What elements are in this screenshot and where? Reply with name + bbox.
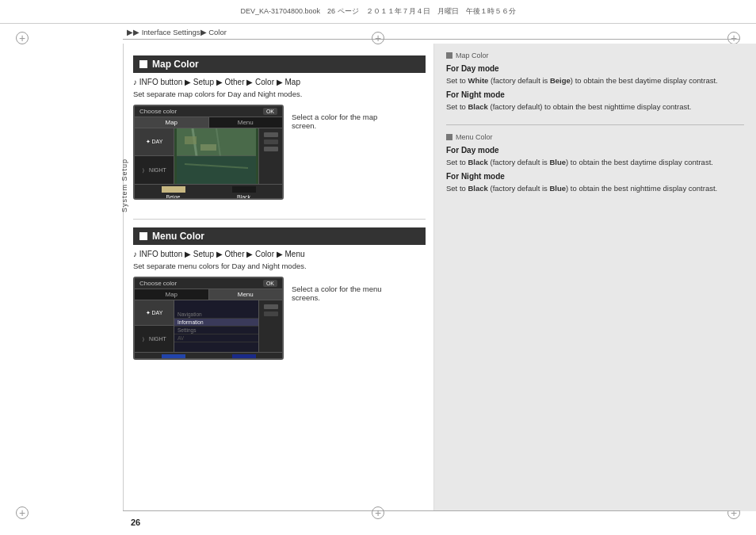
blue-rect-day [162, 354, 185, 360]
menu-item-4: AV [174, 334, 258, 342]
rp-menu-night-text: Set to Black (factory default is Blue) t… [446, 183, 744, 193]
screen-map-area [174, 128, 258, 184]
screen-ok-map[interactable]: OK [263, 108, 277, 115]
rp-map-title: Map Color [446, 52, 744, 59]
menu-select-text: Select a color for the menu screens. [292, 277, 403, 302]
footer-blue-night: Blue [232, 354, 256, 360]
menu-left-col: ✦ DAY ） NIGHT [135, 300, 174, 352]
night-label-map: ） NIGHT [142, 166, 166, 174]
menu-color-icon [139, 232, 147, 240]
svg-rect-7 [177, 156, 256, 184]
reg-mark-tl [16, 32, 29, 44]
map-color-desc: Set separate map colors for Day and Nigh… [133, 90, 426, 98]
menu-color-heading: Menu Color [133, 227, 426, 245]
screen-right-col-map [258, 128, 282, 184]
rp-menu-title-text: Menu Color [456, 133, 493, 141]
rp-menu-day-text: Set to Black (factory default is Blue) t… [446, 157, 744, 167]
rp-map-night-heading: For Night mode [446, 90, 744, 99]
beige-rect [162, 186, 185, 193]
map-select-text: Select a color for the map screen. [292, 105, 403, 130]
rp-map-day-heading: For Day mode [446, 64, 744, 73]
section-divider [133, 219, 426, 220]
file-info: DEV_KA-31704800.book 26 ページ ２０１１年７月４日 月曜… [24, 6, 732, 17]
screen-footer-map: Beige Black [135, 184, 282, 200]
top-bar: DEV_KA-31704800.book 26 ページ ２０１１年７月４日 月曜… [0, 0, 756, 24]
footer-black: Black [232, 186, 256, 200]
bottom-line [123, 510, 740, 511]
map-color-screen: Choose color OK Map Menu ✦ DAY [133, 105, 284, 200]
menu-color-path: ♪ INFO button ▶ Setup ▶ Other ▶ Color ▶ … [133, 250, 426, 258]
rp-map-icon [446, 52, 452, 59]
screen-ok-menu[interactable]: OK [263, 280, 277, 287]
menu-main-area: Navigation Information Settings AV [174, 300, 258, 352]
reg-mark-bl [16, 506, 29, 519]
screen-header-menu: Choose color OK [135, 278, 282, 289]
black-rect [232, 186, 256, 193]
rp-menu-color: Menu Color For Day mode Set to Black (fa… [446, 133, 744, 194]
map-color-title: Map Color [152, 59, 199, 70]
tab-menu-menu[interactable]: Menu [209, 289, 283, 300]
right-panel: Map Color For Day mode Set to White (fac… [434, 44, 756, 511]
map-color-icon [139, 60, 147, 68]
footer-blue-day: Blue [162, 354, 185, 360]
blue-rect-night [232, 354, 256, 360]
screen-tabs-map: Map Menu [135, 117, 282, 128]
screen-header-map: Choose color OK [135, 106, 282, 117]
rp-menu-icon [446, 134, 452, 140]
screen-body-map: ✦ DAY ） NIGHT [135, 128, 282, 184]
menu-item-3: Settings [174, 327, 258, 334]
menu-item-2: Information [174, 319, 258, 327]
main-content: Map Color ♪ INFO button ▶ Setup ▶ Other … [125, 44, 756, 511]
map-screen-container: Choose color OK Map Menu ✦ DAY [133, 105, 426, 203]
map-color-heading: Map Color [133, 55, 426, 73]
rp-map-day-text: Set to White (factory default is Beige) … [446, 75, 744, 86]
rp-menu-title: Menu Color [446, 133, 744, 141]
svg-rect-4 [185, 136, 197, 144]
rp-map-title-text: Map Color [456, 52, 489, 59]
reg-mark-top-center [372, 32, 384, 44]
screen-footer-menu: Blue Blue [135, 352, 282, 360]
menu-screen-container: Choose color OK Map Menu ✦ DAY [133, 277, 426, 363]
menu-color-desc: Set separate menu colors for Day and Nig… [133, 262, 426, 270]
map-svg [174, 128, 258, 184]
reg-mark-tr [727, 32, 740, 44]
left-panel: Map Color ♪ INFO button ▶ Setup ▶ Other … [125, 44, 434, 511]
screen-title-menu: Choose color [139, 280, 177, 287]
breadcrumb-line [123, 39, 740, 40]
tab-map-map[interactable]: Map [135, 117, 209, 128]
rp-divider [446, 124, 744, 125]
map-color-path: ♪ INFO button ▶ Setup ▶ Other ▶ Color ▶ … [133, 78, 426, 86]
rp-menu-day-heading: For Day mode [446, 146, 744, 155]
svg-rect-5 [200, 144, 216, 151]
night-label-menu: ） NIGHT [142, 335, 166, 343]
day-label-menu: ✦ DAY [146, 310, 163, 316]
day-label-map: ✦ DAY [146, 139, 163, 145]
reg-mark-bottom-center [372, 506, 384, 519]
screen-left-col-map: ✦ DAY ） NIGHT [135, 128, 174, 184]
page-number: 26 [131, 518, 140, 527]
footer-beige: Beige [162, 186, 185, 200]
footer-beige-label: Beige [166, 194, 181, 200]
rp-menu-night-heading: For Night mode [446, 172, 744, 181]
rp-map-color: Map Color For Day mode Set to White (fac… [446, 52, 744, 113]
menu-item-1: Navigation [174, 311, 258, 319]
menu-color-title: Menu Color [152, 231, 204, 242]
map-color-section: Map Color ♪ INFO button ▶ Setup ▶ Other … [133, 55, 426, 203]
screen-title-map: Choose color [139, 108, 177, 115]
menu-right-col [258, 300, 282, 352]
footer-black-label: Black [237, 194, 250, 200]
rp-map-night-text: Set to Black (factory default) to obtain… [446, 101, 744, 112]
left-border [123, 44, 124, 511]
menu-color-section: Menu Color ♪ INFO button ▶ Setup ▶ Other… [133, 227, 426, 363]
breadcrumb: ▶▶ Interface Settings▶ Color [127, 28, 227, 36]
tab-map-menu[interactable]: Map [135, 289, 209, 300]
menu-color-screen: Choose color OK Map Menu ✦ DAY [133, 277, 284, 360]
tab-menu-map[interactable]: Menu [209, 117, 283, 128]
menu-body: ✦ DAY ） NIGHT Navigation Information Set… [135, 300, 282, 352]
screen-tabs-menu: Map Menu [135, 289, 282, 300]
